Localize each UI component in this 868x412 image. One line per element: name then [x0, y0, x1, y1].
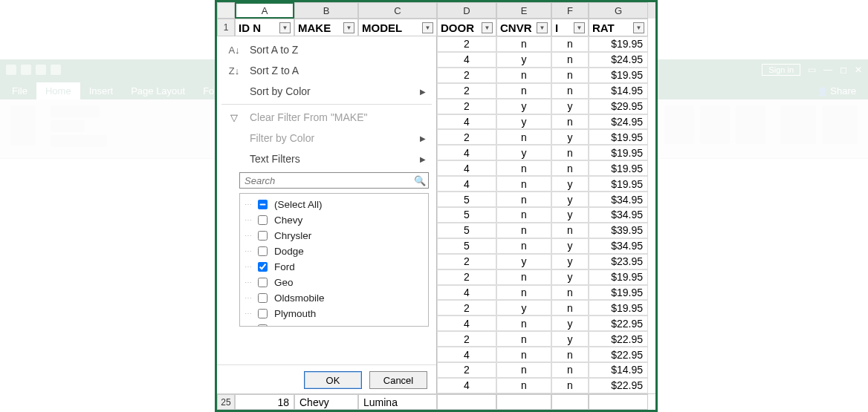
cell-E16[interactable]: y — [496, 254, 551, 269]
cell-F8[interactable]: y — [551, 129, 589, 145]
ok-button[interactable]: OK — [304, 371, 362, 389]
menu-sort-az[interactable]: A↓ Sort A to Z — [217, 39, 436, 60]
cell-G25[interactable] — [589, 394, 648, 410]
share-button[interactable]: 👤 Share — [809, 82, 865, 99]
cell-E19[interactable]: y — [496, 300, 551, 315]
menu-text-filters[interactable]: Text Filters ▶ — [217, 148, 436, 169]
cell-F20[interactable]: y — [551, 315, 589, 331]
filter-dropdown-idn[interactable]: ▼ — [279, 22, 291, 33]
cell-E17[interactable]: n — [496, 269, 551, 285]
cell-E3[interactable]: y — [496, 52, 551, 68]
filter-dropdown-make[interactable]: ▼ — [343, 22, 354, 33]
cell-B25[interactable]: Chevy — [294, 394, 358, 410]
cell-G13[interactable]: $34.95 — [589, 207, 648, 223]
cell-D15[interactable]: 5 — [437, 238, 496, 254]
filter-dropdown-cnvr[interactable]: ▼ — [537, 22, 548, 33]
cell-A25[interactable]: 18 — [235, 394, 294, 410]
cell-F21[interactable]: y — [551, 331, 589, 347]
cell-E9[interactable]: y — [496, 145, 551, 160]
filter-dropdown-model[interactable]: ▼ — [422, 22, 433, 33]
cell-E23[interactable]: n — [496, 362, 551, 378]
cell-D19[interactable]: 2 — [437, 300, 496, 315]
cell-D16[interactable]: 2 — [437, 254, 496, 269]
menu-sort-za[interactable]: Z↓ Sort Z to A — [217, 60, 436, 81]
cell-G24[interactable]: $22.95 — [589, 378, 648, 393]
filter-item-plymouth[interactable]: ⋯ Plymouth — [244, 306, 424, 321]
maximize-icon[interactable]: ◻ — [840, 65, 847, 75]
cell-G2[interactable]: $19.95 — [589, 36, 648, 52]
cell-G19[interactable]: $19.95 — [589, 300, 648, 315]
filter-search-box[interactable]: 🔍 — [239, 172, 429, 189]
cell-F4[interactable]: n — [551, 68, 589, 83]
cell-D12[interactable]: 5 — [437, 192, 496, 207]
cell-F16[interactable]: y — [551, 254, 589, 269]
cell-G15[interactable]: $34.95 — [589, 238, 648, 254]
filter-checkbox[interactable] — [258, 324, 268, 327]
row-number-1[interactable]: 1 — [217, 19, 235, 36]
filter-item-chevy[interactable]: ⋯ Chevy — [244, 212, 424, 228]
cell-F10[interactable]: n — [551, 160, 589, 176]
cell-D23[interactable]: 2 — [437, 362, 496, 378]
filter-checkbox[interactable] — [258, 200, 268, 209]
minimize-icon[interactable]: — — [823, 65, 832, 75]
cell-F13[interactable]: y — [551, 207, 589, 223]
cell-D7[interactable]: 4 — [437, 114, 496, 130]
col-header-E[interactable]: E — [496, 2, 551, 19]
row-number-25[interactable]: 25 — [217, 394, 235, 410]
filter-checkbox[interactable] — [258, 231, 268, 241]
cell-D17[interactable]: 2 — [437, 269, 496, 285]
col-header-F[interactable]: F — [551, 2, 589, 19]
cell-E8[interactable]: n — [496, 129, 551, 145]
cell-E25[interactable] — [496, 394, 551, 410]
filter-item-pontiac[interactable]: ⋯ Pontiac — [244, 321, 424, 327]
cell-D20[interactable]: 4 — [437, 315, 496, 331]
cell-D22[interactable]: 4 — [437, 347, 496, 362]
cell-D24[interactable]: 4 — [437, 378, 496, 393]
cell-G17[interactable]: $19.95 — [589, 269, 648, 285]
cell-G12[interactable]: $34.95 — [589, 192, 648, 207]
cell-E11[interactable]: n — [496, 176, 551, 192]
cell-F25[interactable] — [551, 394, 589, 410]
cell-E22[interactable]: n — [496, 347, 551, 362]
cell-G3[interactable]: $24.95 — [589, 52, 648, 68]
cell-G22[interactable]: $22.95 — [589, 347, 648, 362]
filter-item-ford[interactable]: ⋯ Ford — [244, 259, 424, 275]
cell-F6[interactable]: y — [551, 99, 589, 114]
cell-F18[interactable]: n — [551, 285, 589, 301]
filter-checkbox[interactable] — [258, 293, 268, 303]
ribbon-display-icon[interactable]: ▭ — [808, 65, 816, 75]
tab-page-layout[interactable]: Page Layout — [122, 82, 194, 99]
filter-checkbox[interactable] — [258, 309, 268, 318]
cell-D13[interactable]: 5 — [437, 207, 496, 223]
filter-checkbox[interactable] — [258, 262, 268, 272]
filter-item-chrysler[interactable]: ⋯ Chrysler — [244, 228, 424, 243]
cell-E20[interactable]: n — [496, 315, 551, 331]
cell-D11[interactable]: 4 — [437, 176, 496, 192]
cell-G8[interactable]: $19.95 — [589, 129, 648, 145]
filter-item--select-all-[interactable]: ⋯ (Select All) — [244, 197, 424, 212]
cell-D18[interactable]: 4 — [437, 285, 496, 301]
filter-dropdown-rat[interactable]: ▼ — [633, 22, 644, 33]
cell-G14[interactable]: $39.95 — [589, 223, 648, 238]
cell-F23[interactable]: n — [551, 362, 589, 378]
tab-home[interactable]: Home — [36, 82, 80, 99]
filter-dropdown-door[interactable]: ▼ — [482, 22, 493, 33]
cell-F12[interactable]: y — [551, 192, 589, 207]
cell-D5[interactable]: 2 — [437, 83, 496, 99]
cell-G16[interactable]: $23.95 — [589, 254, 648, 269]
cell-E15[interactable]: n — [496, 238, 551, 254]
tab-insert[interactable]: Insert — [80, 82, 123, 99]
cell-E10[interactable]: n — [496, 160, 551, 176]
cell-G21[interactable]: $22.95 — [589, 331, 648, 347]
cell-D14[interactable]: 5 — [437, 223, 496, 238]
filter-checkbox[interactable] — [258, 278, 268, 287]
cell-D3[interactable]: 4 — [437, 52, 496, 68]
cell-E18[interactable]: n — [496, 285, 551, 301]
cell-F15[interactable]: y — [551, 238, 589, 254]
cell-G5[interactable]: $14.95 — [589, 83, 648, 99]
cell-D9[interactable]: 4 — [437, 145, 496, 160]
cell-F24[interactable]: n — [551, 378, 589, 393]
cell-D8[interactable]: 2 — [437, 129, 496, 145]
cell-G11[interactable]: $19.95 — [589, 176, 648, 192]
signin-button[interactable]: Sign in — [762, 64, 800, 76]
